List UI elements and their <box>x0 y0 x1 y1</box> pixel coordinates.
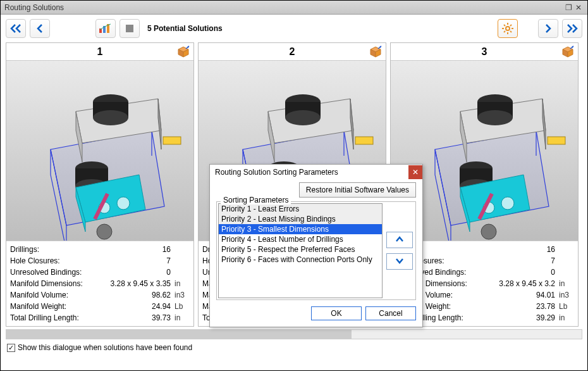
stat-value: 39.29 <box>527 312 555 324</box>
stat-label: Manifold Weight: <box>10 301 92 312</box>
gear-icon <box>502 23 513 34</box>
stat-row: Drillings: 16 <box>10 244 190 255</box>
bar-chart-button[interactable] <box>95 19 116 38</box>
close-icon[interactable]: ✕ <box>408 165 422 179</box>
stat-label: Manifold Volume: <box>10 289 92 301</box>
stat-label: Manifold Dimensions: <box>10 278 92 289</box>
stat-unit: in <box>171 278 190 289</box>
priority-item[interactable]: Priority 2 - Least Missing Bindings <box>219 214 382 224</box>
stat-label: Hole Closures: <box>10 255 92 267</box>
stat-value: 3.28 x 9.45 x 3.2 <box>477 278 555 289</box>
stat-label: Unresolved Bindings: <box>10 267 92 278</box>
solution-number: 1 <box>97 46 103 58</box>
svg-point-4 <box>506 27 510 30</box>
stop-button[interactable] <box>119 19 140 38</box>
stat-unit: in <box>171 312 190 324</box>
stat-value: 7 <box>527 255 555 267</box>
next-button[interactable] <box>538 19 558 38</box>
stat-value: 98.62 <box>142 289 171 301</box>
stat-unit: in <box>555 278 574 289</box>
window-title: Routing Solutions <box>4 3 64 12</box>
svg-point-86 <box>481 224 496 239</box>
ok-button[interactable]: OK <box>311 306 362 320</box>
stat-label: Drillings: <box>10 244 92 255</box>
stat-value: 94.01 <box>527 289 555 301</box>
chevron-left-icon <box>35 23 44 34</box>
stat-label: Total Drilling Length: <box>10 312 92 324</box>
stat-value: 24.94 <box>142 301 171 312</box>
svg-point-52 <box>285 110 321 125</box>
solution-card[interactable]: 1 Drillings: 16 Hole Clos <box>6 42 194 327</box>
svg-rect-37 <box>163 137 181 144</box>
sorting-parameters-legend: Sorting Parameters <box>221 196 291 204</box>
bar-chart-icon <box>99 23 113 34</box>
close-icon[interactable]: ✕ <box>573 3 584 12</box>
toolbar: 5 Potential Solutions <box>1 15 587 42</box>
stat-value: 7 <box>142 255 171 267</box>
stat-unit: Lb <box>555 301 574 312</box>
priority-item[interactable]: Priority 4 - Least Number of Drillings <box>219 234 382 244</box>
stat-value: 0 <box>142 267 171 278</box>
card-header: 2 <box>199 43 386 61</box>
svg-line-11 <box>510 25 511 26</box>
stat-unit: Lb <box>171 301 190 312</box>
orient-cube-icon[interactable] <box>561 46 574 61</box>
stat-value: 16 <box>142 244 171 255</box>
prev-button[interactable] <box>30 19 50 38</box>
cancel-button[interactable]: Cancel <box>365 306 416 320</box>
priority-item[interactable]: Priority 1 - Least Errors <box>219 204 382 214</box>
priority-item[interactable]: Priority 5 - Respect the Preferred Faces <box>219 244 382 255</box>
show-dialogue-label: Show this dialogue when solutions have b… <box>18 343 192 352</box>
orient-cube-icon[interactable] <box>369 46 382 61</box>
stat-value: 39.73 <box>142 312 171 324</box>
routing-solutions-window: Routing Solutions ❐ ✕ 5 Potential Soluti… <box>0 0 588 371</box>
solution-stats: Drillings: 16 Hole Closures: 7 Unresolve… <box>6 241 193 326</box>
last-button[interactable] <box>562 19 582 38</box>
window-titlebar: Routing Solutions ❐ ✕ <box>1 1 587 15</box>
stop-icon <box>125 24 134 33</box>
stat-value: 0 <box>527 267 555 278</box>
sorting-parameters-group: Sorting Parameters Priority 1 - Least Er… <box>216 201 416 300</box>
dialog-titlebar: Routing Solution Sorting Parameters ✕ <box>210 165 422 180</box>
settings-button[interactable] <box>498 19 518 38</box>
stat-row: Manifold Dimensions: 3.28 x 9.45 x 3.35 … <box>10 278 190 289</box>
stat-row: Total Drilling Length: 39.73 in <box>10 312 190 324</box>
move-down-button[interactable] <box>386 253 413 270</box>
orient-cube-icon[interactable] <box>177 46 190 61</box>
svg-line-12 <box>504 31 505 32</box>
stat-row: Manifold Volume: 98.62 in3 <box>10 289 190 301</box>
double-chevron-right-icon <box>566 23 579 34</box>
arrow-up-icon <box>395 236 404 243</box>
solution-number: 3 <box>482 46 487 58</box>
svg-point-27 <box>93 110 128 125</box>
move-up-button[interactable] <box>386 232 413 248</box>
restore-defaults-button[interactable]: Restore Initial Software Values <box>299 182 416 198</box>
solution-number: 2 <box>290 46 295 58</box>
stat-value: 3.28 x 9.45 x 3.35 <box>92 278 171 289</box>
svg-rect-62 <box>355 137 373 144</box>
svg-point-36 <box>97 224 112 239</box>
stat-value: 23.78 <box>527 301 555 312</box>
priority-item[interactable]: Priority 3 - Smallest Dimensions <box>219 224 382 234</box>
sorting-parameters-dialog: Routing Solution Sorting Parameters ✕ Re… <box>209 164 423 327</box>
priority-listbox[interactable]: Priority 1 - Least ErrorsPriority 2 - Le… <box>218 203 383 298</box>
card-header: 3 <box>391 43 578 61</box>
priority-item[interactable]: Priority 6 - Faces with Connection Ports… <box>219 255 382 265</box>
show-dialogue-checkbox[interactable]: ✓ <box>7 344 15 352</box>
manifold-preview-icon <box>6 61 193 241</box>
card-header: 1 <box>6 43 193 61</box>
chevron-right-icon <box>544 23 553 34</box>
footer: ✓ Show this dialogue when solutions have… <box>1 341 587 357</box>
first-button[interactable] <box>6 19 26 38</box>
stat-unit: in3 <box>555 289 574 301</box>
maximize-icon[interactable]: ❐ <box>563 3 573 12</box>
horizontal-scrollbar[interactable] <box>6 329 582 339</box>
svg-line-10 <box>510 31 511 32</box>
stat-unit: in3 <box>171 289 190 301</box>
stat-unit: in <box>555 312 574 324</box>
stat-row: Hole Closures: 7 <box>10 255 190 267</box>
solution-preview[interactable] <box>6 61 193 241</box>
solutions-count-label: 5 Potential Solutions <box>147 24 223 33</box>
svg-point-33 <box>117 197 130 210</box>
stat-value: 16 <box>527 244 555 255</box>
